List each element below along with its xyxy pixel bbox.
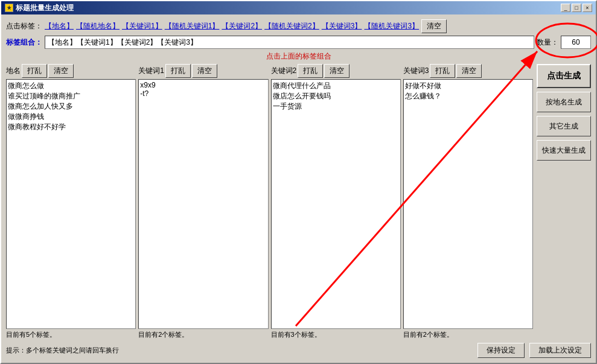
shuffle-kw1-btn[interactable]: 打乱 [165, 64, 191, 78]
content-area: 点击标签： 【地名】 【随机地名】 【关键词1】 【随机关键词1】 【关键词2】… [1, 14, 596, 363]
textarea-place[interactable]: 微商怎么做 谁买过顶峰的微商推广 微商怎么加人快又多 做微商挣钱 微商教程好不好… [6, 79, 136, 329]
column-kw3: 关键词3 打乱 清空 好做不好做 怎么赚钱？ 目前有2个标签。 [403, 64, 533, 339]
title-bar-left: ★ 标题批量生成处理 [5, 3, 74, 13]
col-header-kw3: 关键词3 打乱 清空 [403, 64, 533, 78]
shuffle-kw2-btn[interactable]: 打乱 [298, 64, 323, 78]
bottom-row: 提示：多个标签关键词之间请回车换行 保持设定 加载上次设定 [6, 342, 591, 358]
other-btn[interactable]: 其它生成 [537, 116, 591, 136]
clear-place-btn[interactable]: 清空 [48, 64, 74, 78]
tag-随机地名[interactable]: 【随机地名】 [76, 21, 120, 31]
footer-place: 目前有5个标签。 [6, 330, 136, 339]
columns-row: 地名 打乱 清空 微商怎么做 谁买过顶峰的微商推广 微商怎么加人快又多 做微商挣… [6, 64, 533, 339]
footer-kw1: 目前有2个标签。 [138, 330, 268, 339]
textarea-kw2[interactable]: 微商代理什么产品 微店怎么开要钱吗 一手货源 [271, 79, 401, 329]
top-clear-btn[interactable]: 清空 [421, 19, 447, 33]
combo-row: 标签组合： 数量： [6, 36, 591, 49]
col-header-kw2: 关键词2 打乱 清空 [271, 64, 401, 78]
title-buttons: _ □ × [561, 4, 592, 12]
col-label-kw3: 关键词3 [403, 66, 429, 76]
footer-kw3: 目前有2个标签。 [403, 330, 533, 339]
close-btn[interactable]: × [583, 4, 592, 12]
minimize-btn[interactable]: _ [561, 4, 570, 12]
hint-text: 提示：多个标签关键词之间请回车换行 [6, 346, 119, 355]
footer-kw2: 目前有3个标签。 [271, 330, 401, 339]
tag-关键词1[interactable]: 【关键词1】 [122, 21, 162, 31]
tag-地名[interactable]: 【地名】 [45, 21, 74, 31]
left-section: 地名 打乱 清空 微商怎么做 谁买过顶峰的微商推广 微商怎么加人快又多 做微商挣… [6, 64, 533, 339]
shuffle-kw3-btn[interactable]: 打乱 [430, 64, 455, 78]
click-label: 点击标签： [6, 21, 42, 31]
by-place-btn[interactable]: 按地名生成 [537, 92, 591, 112]
keep-setting-btn[interactable]: 保持设定 [477, 343, 525, 358]
title-bar: ★ 标题批量生成处理 _ □ × [1, 1, 596, 14]
fast-bulk-btn[interactable]: 快速大量生成 [537, 140, 591, 161]
col-label-kw2: 关键词2 [271, 66, 297, 76]
main-window: ★ 标题批量生成处理 _ □ × 点击标签： 【地名】 【随机地名】 【关键词1… [0, 0, 597, 364]
generate-btn[interactable]: 点击生成 [537, 64, 591, 88]
shuffle-place-btn[interactable]: 打乱 [22, 64, 47, 78]
quantity-label: 数量： [537, 37, 558, 48]
column-kw1: 关键词1 打乱 清空 x9x9 -t? 目前有2个标签。 [138, 64, 268, 339]
col-label-place: 地名 [6, 66, 21, 76]
tag-随机关键词3[interactable]: 【随机关键词3】 [364, 21, 419, 31]
column-place: 地名 打乱 清空 微商怎么做 谁买过顶峰的微商推广 微商怎么加人快又多 做微商挣… [6, 64, 136, 339]
tag-随机关键词1[interactable]: 【随机关键词1】 [165, 21, 220, 31]
click-hint: 点击上面的标签组合 [6, 51, 591, 62]
main-area: 地名 打乱 清空 微商怎么做 谁买过顶峰的微商推广 微商怎么加人快又多 做微商挣… [6, 64, 591, 339]
combo-input[interactable] [45, 36, 534, 49]
maximize-btn[interactable]: □ [572, 4, 581, 12]
textarea-kw1[interactable]: x9x9 -t? [138, 79, 268, 329]
textarea-kw3[interactable]: 好做不好做 怎么赚钱？ [403, 79, 533, 329]
column-kw2: 关键词2 打乱 清空 微商代理什么产品 微店怎么开要钱吗 一手货源 目前有3个标… [271, 64, 401, 339]
clear-kw1-btn[interactable]: 清空 [192, 64, 217, 78]
tag-关键词3[interactable]: 【关键词3】 [322, 21, 362, 31]
col-header-kw1: 关键词1 打乱 清空 [138, 64, 268, 78]
clear-kw2-btn[interactable]: 清空 [324, 64, 350, 78]
app-icon: ★ [5, 4, 13, 12]
right-section: 点击生成 按地名生成 其它生成 快速大量生成 [537, 64, 591, 339]
tag-关键词2[interactable]: 【关键词2】 [222, 21, 262, 31]
quantity-input[interactable] [561, 36, 591, 49]
window-title: 标题批量生成处理 [16, 3, 74, 13]
col-label-kw1: 关键词1 [138, 66, 164, 76]
tag-row: 点击标签： 【地名】 【随机地名】 【关键词1】 【随机关键词1】 【关键词2】… [6, 19, 591, 33]
tag-随机关键词2[interactable]: 【随机关键词2】 [264, 21, 319, 31]
combo-label: 标签组合： [6, 37, 42, 48]
col-header-place: 地名 打乱 清空 [6, 64, 136, 78]
load-setting-btn[interactable]: 加载上次设定 [529, 343, 591, 358]
bottom-buttons: 保持设定 加载上次设定 [477, 343, 591, 358]
clear-kw3-btn[interactable]: 清空 [456, 64, 482, 78]
